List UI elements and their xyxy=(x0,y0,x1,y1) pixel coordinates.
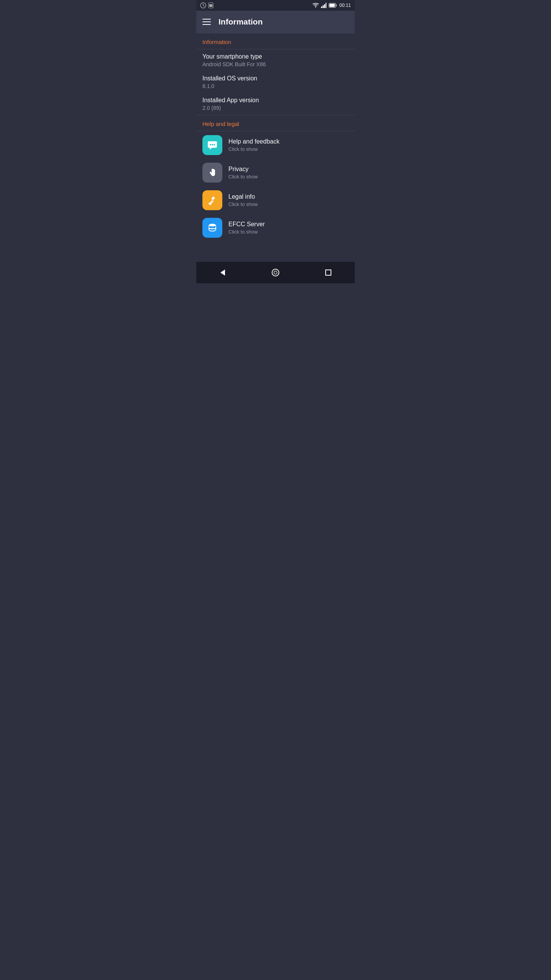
privacy-title: Privacy xyxy=(228,166,349,173)
svg-point-14 xyxy=(212,144,213,145)
signal-icon xyxy=(321,3,326,8)
svg-point-20 xyxy=(209,224,216,227)
page-title: Information xyxy=(218,17,263,26)
status-bar-left xyxy=(200,2,214,8)
info-os-version: Installed OS version 8.1.0 xyxy=(196,71,355,93)
svg-rect-6 xyxy=(321,7,322,8)
svg-rect-4 xyxy=(209,4,212,7)
svg-rect-8 xyxy=(324,4,325,8)
svg-point-23 xyxy=(272,269,279,276)
smartphone-type-label: Your smartphone type xyxy=(202,53,349,60)
efcc-server-title: EFCC Server xyxy=(228,221,349,228)
os-version-label: Installed OS version xyxy=(202,75,349,82)
wifi-icon xyxy=(313,3,319,8)
svg-point-13 xyxy=(210,144,211,145)
svg-rect-17 xyxy=(211,196,215,200)
privacy-subtitle: Click to show xyxy=(228,174,349,180)
info-smartphone-type: Your smartphone type Android SDK Built F… xyxy=(196,49,355,71)
status-bar-right: 00:11 xyxy=(313,3,351,8)
legal-info-icon xyxy=(202,190,222,210)
section-header-information: Information xyxy=(196,33,355,49)
legal-info-text: Legal info Click to show xyxy=(228,193,349,207)
content-area: Information Your smartphone type Android… xyxy=(196,33,355,262)
svg-line-2 xyxy=(203,5,204,6)
help-feedback-icon xyxy=(202,135,222,155)
svg-point-15 xyxy=(214,144,215,145)
nav-bar xyxy=(196,262,355,283)
legal-info-subtitle: Click to show xyxy=(228,201,349,207)
info-app-version: Installed App version 2.0 (89) xyxy=(196,93,355,115)
toolbar: Information xyxy=(196,11,355,33)
nav-home-button[interactable] xyxy=(266,263,285,282)
efcc-server-icon xyxy=(202,218,222,238)
nav-back-button[interactable] xyxy=(213,263,232,282)
list-item-privacy[interactable]: Privacy Click to show xyxy=(196,159,355,186)
list-item-efcc-server[interactable]: EFCC Server Click to show xyxy=(196,214,355,242)
svg-point-5 xyxy=(315,7,316,8)
battery-icon xyxy=(329,3,337,8)
privacy-icon xyxy=(202,163,222,183)
privacy-text: Privacy Click to show xyxy=(228,166,349,180)
status-bar: 00:11 xyxy=(196,0,355,11)
app-version-value: 2.0 (89) xyxy=(202,105,349,111)
nav-recents-button[interactable] xyxy=(319,263,338,282)
svg-point-24 xyxy=(274,271,277,274)
smartphone-type-value: Android SDK Built For X86 xyxy=(202,61,349,67)
svg-rect-7 xyxy=(323,5,324,8)
efcc-server-text: EFCC Server Click to show xyxy=(228,221,349,235)
svg-marker-22 xyxy=(220,270,225,276)
os-version-value: 8.1.0 xyxy=(202,83,349,89)
help-feedback-subtitle: Click to show xyxy=(228,146,349,152)
help-feedback-text: Help and feedback Click to show xyxy=(228,138,349,152)
svg-rect-9 xyxy=(326,3,326,8)
svg-rect-11 xyxy=(329,4,335,7)
legal-info-title: Legal info xyxy=(228,193,349,200)
sim-icon xyxy=(208,2,214,8)
time-display: 00:11 xyxy=(339,3,351,8)
svg-rect-25 xyxy=(326,270,331,275)
app-version-label: Installed App version xyxy=(202,97,349,104)
hamburger-menu-button[interactable] xyxy=(202,19,211,25)
list-item-help-feedback[interactable]: Help and feedback Click to show xyxy=(196,131,355,159)
efcc-server-subtitle: Click to show xyxy=(228,229,349,235)
section-header-help-legal: Help and legal xyxy=(196,115,355,131)
clock-icon xyxy=(200,2,206,8)
help-feedback-title: Help and feedback xyxy=(228,138,349,145)
list-item-legal-info[interactable]: Legal info Click to show xyxy=(196,186,355,214)
